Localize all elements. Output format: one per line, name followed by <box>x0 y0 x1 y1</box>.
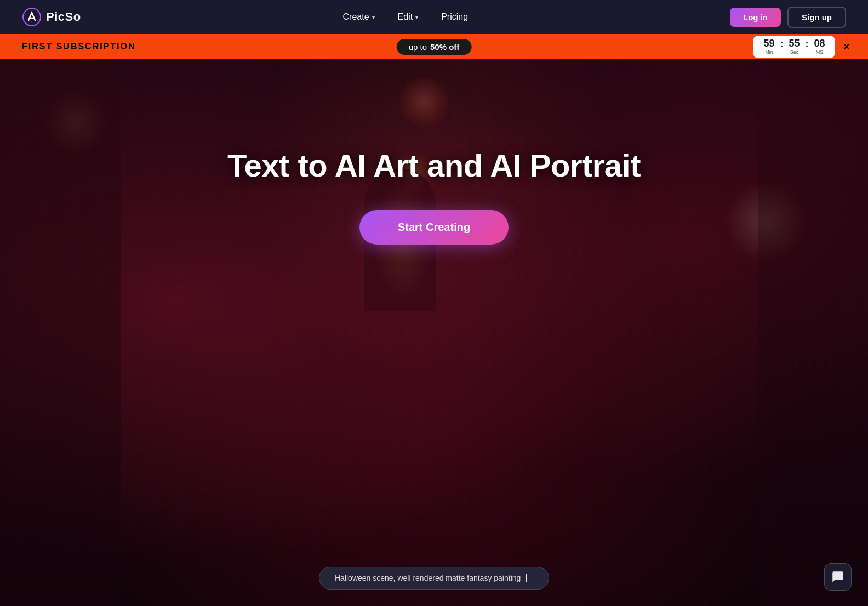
nav-buttons: Log in Sign up <box>730 7 846 28</box>
nav-items: Create ▾ Edit ▾ Pricing <box>334 8 477 26</box>
nav-item-create[interactable]: Create ▾ <box>334 8 384 26</box>
countdown: 59 Min : 55 Sec : 08 MS <box>753 36 835 58</box>
hero-section: Text to AI Art and AI Portrait Start Cre… <box>0 59 868 606</box>
banner-right: 59 Min : 55 Sec : 08 MS × <box>753 36 852 58</box>
prompt-bar[interactable]: Halloween scene, well rendered matte fan… <box>319 567 549 590</box>
signup-button[interactable]: Sign up <box>787 7 846 28</box>
countdown-ms: 08 MS <box>812 38 827 55</box>
chevron-down-icon: ▾ <box>415 14 418 20</box>
pill-text-normal: up to <box>409 42 427 52</box>
start-creating-button[interactable]: Start Creating <box>359 210 509 245</box>
chat-icon <box>831 570 845 584</box>
countdown-sep-2: : <box>805 38 808 50</box>
nav-item-pricing[interactable]: Pricing <box>432 8 477 26</box>
banner-title: FIRST SUBSCRIPTION <box>22 42 136 52</box>
promo-pill: up to 50% off <box>397 39 472 55</box>
hero-title: Text to AI Art and AI Portrait <box>227 147 641 184</box>
nav-item-edit[interactable]: Edit ▾ <box>389 8 427 26</box>
text-cursor <box>526 574 527 582</box>
banner-center: up to 50% off <box>397 39 472 55</box>
hero-content: Text to AI Art and AI Portrait Start Cre… <box>0 59 868 245</box>
navbar: PicSo Create ▾ Edit ▾ Pricing Log in Sig… <box>0 0 868 34</box>
logo-text: PicSo <box>46 10 81 24</box>
logo[interactable]: PicSo <box>22 7 81 27</box>
banner-close-button[interactable]: × <box>841 42 852 52</box>
promo-banner: FIRST SUBSCRIPTION up to 50% off 59 Min … <box>0 34 868 59</box>
chat-icon-button[interactable] <box>824 563 852 591</box>
prompt-text: Halloween scene, well rendered matte fan… <box>335 574 521 582</box>
countdown-sep-1: : <box>780 38 783 50</box>
countdown-minutes: 59 Min <box>761 38 776 55</box>
pill-text-bold: 50% off <box>430 42 459 52</box>
logo-icon <box>22 7 42 27</box>
countdown-seconds: 55 Sec <box>786 38 802 55</box>
svg-point-0 <box>23 8 41 26</box>
chevron-down-icon: ▾ <box>372 14 375 20</box>
login-button[interactable]: Log in <box>730 8 781 27</box>
